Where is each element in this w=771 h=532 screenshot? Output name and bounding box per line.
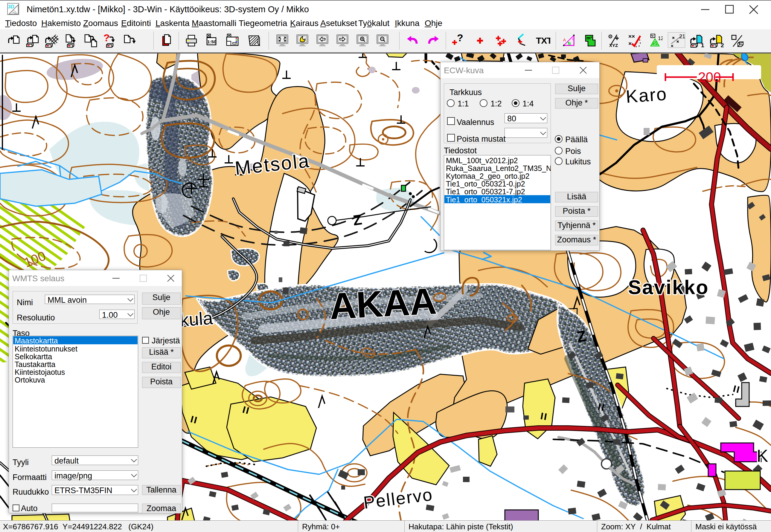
svg-text:?: ? [457, 33, 463, 43]
svg-text:Savikko: Savikko [628, 276, 709, 298]
svg-text:XYZ: XYZ [609, 43, 618, 48]
svg-text:12: 12 [658, 36, 663, 41]
svg-text:××: ×× [628, 33, 635, 39]
svg-text:×: × [628, 40, 632, 47]
svg-text:2: 2 [721, 42, 724, 48]
svg-text:1:50: 1:50 [207, 39, 216, 44]
svg-text:AKAA: AKAA [328, 280, 438, 327]
svg-text:K: K [757, 446, 768, 465]
svg-text:A: A [563, 38, 566, 42]
svg-text:?: ? [103, 33, 110, 43]
svg-text:1: 1 [701, 42, 704, 48]
svg-text:m²: m² [587, 35, 592, 40]
svg-text:21: 21 [679, 33, 685, 39]
svg-text:3D: 3D [8, 4, 14, 10]
svg-text:TXT: TXT [536, 36, 550, 45]
svg-text:Karo: Karo [625, 84, 668, 107]
svg-text:kula: kula [179, 308, 213, 330]
svg-text:α: α [572, 36, 575, 41]
svg-text:200: 200 [698, 69, 721, 85]
svg-text:B: B [569, 41, 571, 46]
